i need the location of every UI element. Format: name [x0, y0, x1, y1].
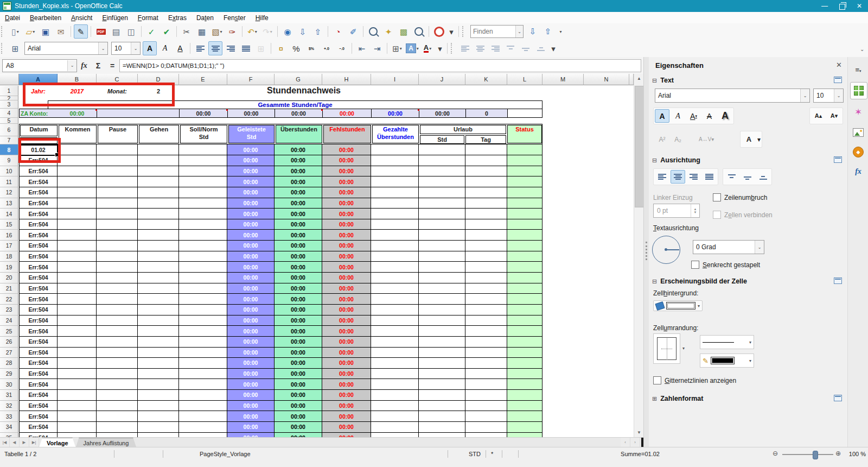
currency-format-button[interactable]: ¤ [274, 41, 288, 55]
cell-c12[interactable] [97, 187, 138, 198]
cell-h27[interactable]: 00:00 [322, 348, 371, 358]
section-text[interactable]: ⊟ Text [652, 77, 674, 84]
cell-k33[interactable] [465, 411, 507, 422]
cell-b8[interactable] [58, 144, 97, 155]
spreadsheet-grid[interactable]: ABCDEFGHIJKLMN 1234567891011121314151617… [0, 74, 634, 437]
cell-j13[interactable] [419, 198, 465, 209]
chevron-down-icon[interactable]: ⌄ [755, 241, 764, 254]
cell-g9[interactable]: 00:00 [275, 155, 322, 166]
cell-i25[interactable] [371, 326, 419, 337]
cell-f26[interactable]: 00:00 [227, 337, 275, 348]
cell-f22[interactable]: 00:00 [227, 294, 275, 305]
increase-indent-button[interactable]: ⇥ [370, 41, 384, 55]
cell-d19[interactable] [138, 262, 179, 273]
cell-i21[interactable] [371, 283, 419, 294]
find-replace-button[interactable] [366, 24, 380, 39]
cell-e19[interactable] [179, 262, 227, 273]
row-header-14[interactable]: 14 [0, 209, 18, 219]
cell-j35[interactable] [419, 433, 465, 437]
delete-decimal-button[interactable]: −.0 [335, 41, 349, 55]
cell-j23[interactable] [419, 305, 465, 315]
table-row-24[interactable]: Err:50400:0000:0000:00 [19, 315, 543, 326]
cell-i15[interactable] [371, 219, 419, 230]
cell-b1[interactable]: 2017 [58, 86, 97, 96]
name-box[interactable]: A8 ⌄ [2, 59, 77, 72]
collapse-icon[interactable]: ⊟ [652, 77, 657, 84]
cell-i30[interactable] [371, 379, 419, 390]
cell-l24[interactable] [507, 315, 542, 326]
summary-title-cell[interactable]: Gesammte Stunden/Tage [48, 100, 542, 109]
cell-j28[interactable] [419, 358, 465, 369]
cell-b28[interactable] [58, 358, 97, 369]
cell-l19[interactable] [507, 262, 542, 273]
cell-k28[interactable] [465, 358, 507, 369]
chevron-down-icon[interactable]: ⌄ [515, 26, 523, 37]
cell-l31[interactable] [507, 390, 542, 401]
row-header-27[interactable]: 27 [0, 348, 18, 358]
row-header-1[interactable]: 1 [0, 86, 18, 96]
cell-b33[interactable] [58, 411, 97, 422]
table-row-17[interactable]: Err:50400:0000:0000:00 [19, 241, 543, 251]
data-rows[interactable]: 01.0200:0000:0000:00Err:50400:0000:0000:… [19, 144, 543, 437]
cell-h34[interactable]: 00:00 [322, 422, 371, 433]
find-combo[interactable]: ⌄ [470, 25, 524, 38]
cell-j33[interactable] [419, 411, 465, 422]
font-color-button[interactable]: A▾ [420, 41, 435, 55]
cell-k15[interactable] [465, 219, 507, 230]
header-urlaub-std[interactable]: Std [420, 135, 464, 144]
header-gezahlte[interactable]: Gezahlte Überstunden [372, 125, 419, 143]
collapse-icon[interactable]: ⊟ [652, 278, 657, 285]
cell-f35[interactable]: 00:00 [227, 433, 275, 437]
table-row-8[interactable]: 01.0200:0000:0000:00 [19, 144, 543, 155]
header-soll-norm[interactable]: Soll/Norm Std [180, 125, 227, 143]
cell-j29[interactable] [419, 369, 465, 380]
zoom-level[interactable]: 100 % [845, 451, 866, 457]
cell-b26[interactable] [58, 337, 97, 348]
table-row-15[interactable]: Err:50400:0000:0000:00 [19, 219, 543, 230]
cell-background-button[interactable]: ▾ [653, 300, 703, 311]
print-button[interactable]: ▤ [109, 24, 123, 39]
cell-k29[interactable] [465, 369, 507, 380]
chevron-down-icon[interactable]: ▾ [17, 29, 19, 34]
summary-cell-l4[interactable] [508, 109, 542, 117]
find-previous-button[interactable]: ⇧ [541, 24, 555, 39]
hyperlink-button[interactable]: ◉ [280, 24, 295, 39]
cell-e28[interactable] [179, 358, 227, 369]
indent-spinner[interactable]: 0 pt ▲▼ [653, 204, 700, 218]
cell-d29[interactable] [138, 369, 179, 380]
cell-d11[interactable] [138, 176, 179, 187]
cell-l34[interactable] [507, 422, 542, 433]
chevron-down-icon[interactable]: ▾ [698, 304, 700, 308]
table-row-30[interactable]: Err:50400:0000:0000:00 [19, 379, 543, 390]
row-header-24[interactable]: 24 [0, 315, 18, 326]
cell-j9[interactable] [419, 155, 465, 166]
align-right-button[interactable] [224, 41, 238, 55]
cell-k31[interactable] [465, 390, 507, 401]
row-header-8[interactable]: 8 [0, 144, 18, 155]
cell-c29[interactable] [97, 369, 138, 380]
object-align-bottom-button[interactable] [534, 41, 548, 55]
cell-l8[interactable] [507, 144, 542, 155]
shadow-button[interactable]: A [718, 109, 732, 123]
cell-b34[interactable] [58, 422, 97, 433]
cell-f32[interactable]: 00:00 [227, 401, 275, 412]
cell-f16[interactable]: 00:00 [227, 230, 275, 241]
summary-cell-j4[interactable]: 00:00 [419, 109, 466, 117]
chevron-down-icon[interactable]: ▾ [33, 29, 35, 34]
zoom-button[interactable] [412, 24, 426, 39]
spinner-arrows-icon[interactable]: ▲▼ [691, 204, 699, 217]
cell-f8[interactable]: 00:00 [227, 144, 275, 155]
last-sheet-button[interactable]: ▶| [29, 438, 39, 447]
align-left-button[interactable] [193, 41, 207, 55]
chevron-down-icon[interactable]: ⌄ [67, 60, 76, 71]
cell-l30[interactable] [507, 379, 542, 390]
cell-a12[interactable]: Err:504 [19, 187, 58, 198]
row-header-16[interactable]: 16 [0, 230, 18, 241]
cell-b20[interactable] [58, 273, 97, 283]
table-row-19[interactable]: Err:50400:0000:0000:00 [19, 262, 543, 273]
table-row-29[interactable]: Err:50400:0000:0000:00 [19, 369, 543, 380]
cell-c8[interactable] [97, 144, 138, 155]
cell-j14[interactable] [419, 209, 465, 219]
cell-j11[interactable] [419, 176, 465, 187]
draw-functions-button[interactable]: ✐ [346, 24, 360, 39]
